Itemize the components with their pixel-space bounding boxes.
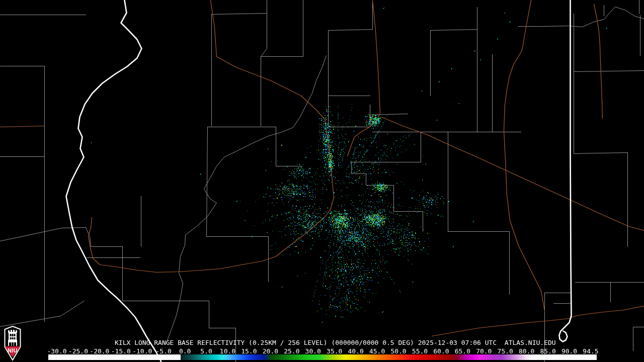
colorbar-tick: 30.0 — [305, 347, 321, 355]
colorbar-tick: -10.0 — [132, 347, 152, 355]
product-title-text: KILX LONG RANGE BASE REFLECTIVITY (0.25K… — [115, 339, 556, 346]
radar-map-canvas — [0, 0, 644, 362]
radar-viewer: NIU KILX LONG RANGE BASE REFLECTIVITY (0… — [0, 0, 644, 362]
colorbar-tick: 5.0 — [200, 347, 212, 355]
colorbar-tick: 65.0 — [455, 347, 470, 355]
colorbar-tick: 15.0 — [241, 347, 257, 355]
reflectivity-colorbar — [48, 354, 597, 360]
colorbar-tick: -15.0 — [111, 347, 131, 355]
colorbar-tick: -20.0 — [90, 347, 109, 355]
colorbar-tick: 70.0 — [476, 347, 492, 355]
colorbar-tick: -5.0 — [156, 347, 172, 355]
colorbar-tick: 45.0 — [369, 347, 385, 355]
colorbar-tick: 40.0 — [348, 347, 364, 355]
colorbar-tick: 50.0 — [390, 347, 406, 355]
colorbar-tick-labels: -30.0-25.0-20.0-15.0-10.0-5.00.05.010.01… — [0, 347, 644, 354]
colorbar-tick: -30.0 — [47, 347, 66, 355]
colorbar-tick: 25.0 — [284, 347, 299, 355]
colorbar-tick: -25.0 — [68, 347, 88, 355]
colorbar-tick: 0.0 — [179, 347, 191, 355]
colorbar-tick: 20.0 — [263, 347, 278, 355]
colorbar-tick: 10.0 — [220, 347, 235, 355]
colorbar-tick: 94.5 — [583, 347, 598, 355]
colorbar-tick: 60.0 — [433, 347, 449, 355]
colorbar-tick: 75.0 — [498, 347, 513, 355]
colorbar-tick: 90.0 — [561, 347, 577, 355]
colorbar-tick: 85.0 — [540, 347, 555, 355]
colorbar-tick: 35.0 — [327, 347, 342, 355]
colorbar-tick: 55.0 — [412, 347, 428, 355]
colorbar-tick: 80.0 — [519, 347, 534, 355]
niu-logo: NIU — [4, 326, 22, 361]
